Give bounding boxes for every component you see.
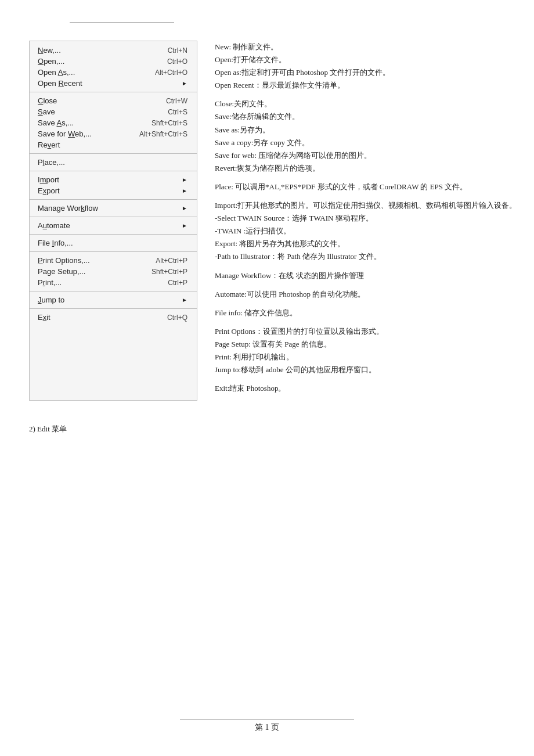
desc-file-info: File info: 储存文件信息。 <box>215 307 522 319</box>
menu-item-import[interactable]: Import ► <box>30 174 197 185</box>
desc-automate: Automate:可以使用 Photoshop 的自动化功能。 <box>215 288 522 301</box>
desc-select-twain: -Select TWAIN Source：选择 TWAIN 驱动程序。 <box>215 212 522 225</box>
page-footer: 第 1 页 <box>0 719 534 733</box>
divider-4 <box>30 199 197 200</box>
desc-print: Print: 利用打印机输出。 <box>215 351 522 363</box>
menu-item-jump-to[interactable]: Jump to ► <box>30 294 197 305</box>
menu-item-revert[interactable]: Revert <box>30 139 197 150</box>
desc-block-print: Print Options：设置图片的打印位置以及输出形式。 Page Setu… <box>215 325 522 376</box>
desc-page-setup: Page Setup: 设置有关 Page 的信息。 <box>215 338 522 351</box>
desc-export: Export: 将图片另存为其他形式的文件。 <box>215 237 522 250</box>
desc-save-as: Save as:另存为。 <box>215 124 522 136</box>
menu-section-1: New,... Ctrl+N Open,... Ctrl+O Open As,.… <box>30 44 197 90</box>
menu-item-new[interactable]: New,... Ctrl+N <box>30 45 197 56</box>
menu-item-print-options[interactable]: Print Options,... Alt+Ctrl+P <box>30 255 197 266</box>
menu-section-9: Jump to ► <box>30 293 197 307</box>
desc-block-place: Place: 可以调用*AL,*EPS*PDF 形式的文件，或者 CorelDR… <box>215 181 522 193</box>
menu-item-exit[interactable]: Exit Ctrl+Q <box>30 312 197 323</box>
menu-item-automate[interactable]: Automate ► <box>30 220 197 231</box>
description-panel: New: 制作新文件。 Open:打开储存文件。 Open as:指定和打开可由… <box>215 41 534 401</box>
divider-7 <box>30 251 197 252</box>
divider-5 <box>30 217 197 217</box>
top-decorative-line <box>70 22 174 23</box>
menu-item-open-recent[interactable]: Open Recent ► <box>30 78 197 89</box>
desc-close: Close:关闭文件。 <box>215 98 522 110</box>
divider-8 <box>30 291 197 291</box>
menu-item-open-as[interactable]: Open As,... Alt+Ctrl+O <box>30 67 197 78</box>
divider-3 <box>30 171 197 171</box>
menu-section-4: Import ► Export ► <box>30 173 197 197</box>
desc-block-automate: Automate:可以使用 Photoshop 的自动化功能。 <box>215 288 522 301</box>
desc-block-manage-workflow: Manage Workflow：在线 状态的图片操作管理 <box>215 269 522 282</box>
main-content: New,... Ctrl+N Open,... Ctrl+O Open As,.… <box>29 41 534 401</box>
divider-2 <box>30 153 197 154</box>
desc-open-recent: Open Recent：显示最近操作文件清单。 <box>215 79 522 92</box>
menu-section-6: Automate ► <box>30 219 197 232</box>
desc-import: Import:打开其他形式的图片。可以指定使用扫描仪、视频相机、数码相机等图片输… <box>215 199 522 212</box>
menu-panel: New,... Ctrl+N Open,... Ctrl+O Open As,.… <box>29 41 197 401</box>
divider-9 <box>30 308 197 309</box>
menu-item-save-as[interactable]: Save As,... Shft+Ctrl+S <box>30 117 197 128</box>
desc-jump-to: Jump to:移动到 adobe 公司的其他应用程序窗口。 <box>215 363 522 376</box>
desc-new: New: 制作新文件。 <box>215 41 522 53</box>
menu-item-open[interactable]: Open,... Ctrl+O <box>30 56 197 67</box>
menu-section-5: Manage Workflow ► <box>30 201 197 215</box>
menu-item-file-info[interactable]: File Info,... <box>30 237 197 249</box>
menu-section-3: Place,... <box>30 156 197 169</box>
desc-print-options: Print Options：设置图片的打印位置以及输出形式。 <box>215 325 522 338</box>
desc-block-close-save: Close:关闭文件。 Save:储存所编辑的文件。 Save as:另存为。 … <box>215 98 522 175</box>
desc-block-exit: Exit:结束 Photoshop。 <box>215 382 522 395</box>
desc-manage-workflow: Manage Workflow：在线 状态的图片操作管理 <box>215 269 522 282</box>
desc-save: Save:储存所编辑的文件。 <box>215 110 522 123</box>
menu-item-print[interactable]: Print,... Ctrl+P <box>30 277 197 288</box>
menu-item-save[interactable]: Save Ctrl+S <box>30 106 197 117</box>
desc-block-new-open: New: 制作新文件。 Open:打开储存文件。 Open as:指定和打开可由… <box>215 41 522 92</box>
desc-open: Open:打开储存文件。 <box>215 53 522 66</box>
menu-section-2: Close Ctrl+W Save Ctrl+S Save As,... Shf… <box>30 94 197 152</box>
desc-block-import-export: Import:打开其他形式的图片。可以指定使用扫描仪、视频相机、数码相机等图片输… <box>215 199 522 263</box>
divider-1 <box>30 92 197 92</box>
menu-item-close[interactable]: Close Ctrl+W <box>30 95 197 106</box>
menu-section-8: Print Options,... Alt+Ctrl+P Page Setup,… <box>30 254 197 289</box>
menu-item-page-setup[interactable]: Page Setup,... Shft+Ctrl+P <box>30 266 197 277</box>
desc-save-for-web: Save for web: 压缩储存为网络可以使用的图片。 <box>215 149 522 162</box>
menu-item-place[interactable]: Place,... <box>30 157 197 168</box>
menu-section-10: Exit Ctrl+Q <box>30 311 197 324</box>
desc-save-copy: Save a copy:另存 copy 文件。 <box>215 136 522 149</box>
desc-place: Place: 可以调用*AL,*EPS*PDF 形式的文件，或者 CorelDR… <box>215 181 522 193</box>
desc-twain: -TWAIN :运行扫描仪。 <box>215 225 522 237</box>
menu-item-save-for-web[interactable]: Save for Web,... Alt+Shft+Ctrl+S <box>30 128 197 139</box>
footer-text: 2) Edit 菜单 <box>29 424 67 433</box>
desc-path-to-illustrator: -Path to Illustrator：将 Path 储存为 Illustra… <box>215 250 522 263</box>
menu-section-7: File Info,... <box>30 236 197 250</box>
divider-6 <box>30 234 197 235</box>
desc-revert: Revert:恢复为储存图片的选项。 <box>215 162 522 175</box>
desc-open-as: Open as:指定和打开可由 Photoshop 文件打开的文件。 <box>215 66 522 79</box>
footer-section: 2) Edit 菜单 <box>29 424 534 434</box>
page-footer-line <box>180 719 354 720</box>
menu-item-export[interactable]: Export ► <box>30 185 197 196</box>
desc-block-file-info: File info: 储存文件信息。 <box>215 307 522 319</box>
menu-item-manage-workflow[interactable]: Manage Workflow ► <box>30 203 197 214</box>
desc-exit: Exit:结束 Photoshop。 <box>215 382 522 395</box>
page-number: 第 1 页 <box>255 723 279 732</box>
